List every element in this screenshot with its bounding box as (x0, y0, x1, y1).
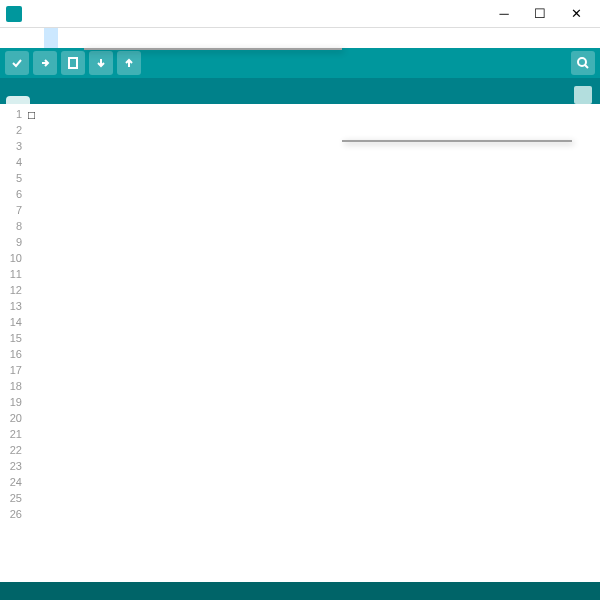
upload-button[interactable] (33, 51, 57, 75)
menu-edit[interactable] (16, 28, 30, 48)
menu-help[interactable] (58, 28, 72, 48)
close-button[interactable]: ✕ (558, 1, 594, 27)
tab-menu-button[interactable] (574, 86, 592, 104)
verify-button[interactable] (5, 51, 29, 75)
menu-file[interactable] (2, 28, 16, 48)
menu-tools[interactable] (44, 28, 58, 48)
code-editor[interactable]: 1□ 2 3 4 5 6 7 8 9 10 11 12 13 14 15 16 … (0, 104, 600, 582)
toolbar (0, 48, 600, 78)
save-button[interactable] (117, 51, 141, 75)
statusbar (0, 582, 600, 600)
sketch-tab[interactable] (6, 96, 30, 104)
minimize-button[interactable]: ─ (486, 1, 522, 27)
boards-submenu (342, 140, 572, 142)
serial-monitor-button[interactable] (571, 51, 595, 75)
maximize-button[interactable]: ☐ (522, 1, 558, 27)
svg-rect-0 (69, 58, 77, 68)
titlebar: ─ ☐ ✕ (0, 0, 600, 28)
menubar (0, 28, 600, 48)
open-button[interactable] (89, 51, 113, 75)
tools-dropdown (84, 48, 342, 50)
tabbar (0, 78, 600, 104)
svg-point-1 (578, 58, 586, 66)
svg-line-2 (585, 65, 588, 68)
menu-sketch[interactable] (30, 28, 44, 48)
new-button[interactable] (61, 51, 85, 75)
app-icon (6, 6, 22, 22)
